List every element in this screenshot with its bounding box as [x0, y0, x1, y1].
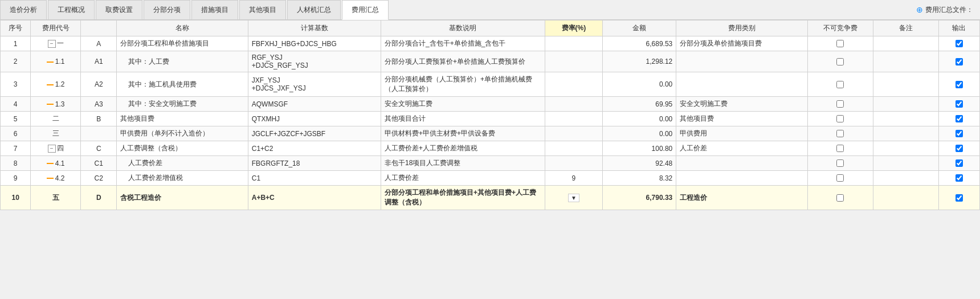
output-checkbox[interactable]	[956, 81, 963, 88]
cell-seq: 5	[1, 112, 31, 126]
cell-seq: 1	[1, 36, 31, 51]
cell-note	[873, 97, 938, 112]
cell-base: FBGRGFTZ_18	[248, 156, 381, 171]
table-row: 1−一A分部分项工程和单价措施项目FBFXHJ_HBG+DJCS_HBG分部分项…	[1, 36, 980, 51]
rate-dropdown[interactable]: ▼	[568, 194, 579, 202]
cell-rate	[545, 51, 602, 72]
cell-output[interactable]	[938, 126, 979, 141]
cell-name: 其中：施工机具使用费	[117, 72, 248, 97]
cell-nocomp[interactable]	[807, 126, 873, 141]
col-header-name: 名称	[117, 21, 248, 36]
table-row: 94.2C2人工费价差增值税C1人工费价差98.32	[1, 171, 980, 186]
cell-amount: 0.00	[602, 72, 676, 97]
tab-zaojia[interactable]: 造价分析	[0, 0, 47, 19]
cell-code: A1	[81, 51, 117, 72]
output-checkbox[interactable]	[956, 145, 963, 152]
cell-rate	[545, 36, 602, 51]
nocomp-checkbox[interactable]	[836, 145, 844, 152]
output-checkbox[interactable]	[956, 174, 963, 182]
col-header-nocomp: 不可竞争费	[807, 21, 873, 36]
nocomp-checkbox[interactable]	[836, 174, 844, 182]
nocomp-checkbox[interactable]	[836, 81, 844, 88]
cell-code-num: −四	[31, 141, 81, 156]
table-row: 5二B其他项目费QTXMHJ其他项目合计0.00其他项目费	[1, 112, 980, 126]
cell-nocomp[interactable]	[807, 186, 873, 210]
cell-base-desc: 分部分项工程和单价措施项目+其他项目费+人工费调整（含税）	[381, 186, 545, 210]
cell-nocomp[interactable]	[807, 97, 873, 112]
cell-seq: 4	[1, 97, 31, 112]
nocomp-checkbox[interactable]	[836, 115, 844, 122]
tab-cuoshi[interactable]: 措施项目	[191, 0, 238, 19]
cell-code-num: 4.2	[31, 171, 81, 186]
tab-feiyong[interactable]: 费用汇总	[342, 0, 389, 20]
nocomp-checkbox[interactable]	[836, 159, 844, 167]
cell-code	[81, 126, 117, 141]
cell-amount: 0.00	[602, 112, 676, 126]
cell-seq: 2	[1, 51, 31, 72]
cell-output[interactable]	[938, 36, 979, 51]
cell-code: A	[81, 36, 117, 51]
nocomp-checkbox[interactable]	[836, 58, 844, 65]
table-row: 7−四C人工费调整（含税）C1+C2人工费价差+人工费价差增值税100.80人工…	[1, 141, 980, 156]
cell-output[interactable]	[938, 112, 979, 126]
col-header-code-num: 费用代号	[31, 21, 81, 36]
cell-amount: 92.48	[602, 156, 676, 171]
nocomp-checkbox[interactable]	[836, 130, 844, 137]
cell-nocomp[interactable]	[807, 112, 873, 126]
cell-base-desc: 甲供材料费+甲供主材费+甲供设备费	[381, 126, 545, 141]
cell-nocomp[interactable]	[807, 141, 873, 156]
cell-output[interactable]	[938, 186, 979, 210]
cell-rate	[545, 126, 602, 141]
expand-button[interactable]: −	[48, 145, 56, 153]
cell-output[interactable]	[938, 171, 979, 186]
tab-rencaiji[interactable]: 人材机汇总	[287, 0, 341, 19]
cell-output[interactable]	[938, 72, 979, 97]
output-checkbox[interactable]	[956, 40, 963, 47]
cell-base: A+B+C	[248, 186, 381, 210]
cell-nocomp[interactable]	[807, 36, 873, 51]
cell-nocomp[interactable]	[807, 51, 873, 72]
file-icon: ⊕	[916, 5, 923, 14]
cell-code-num: 4.1	[31, 156, 81, 171]
output-checkbox[interactable]	[956, 194, 963, 202]
cell-seq: 10	[1, 186, 31, 210]
cell-output[interactable]	[938, 141, 979, 156]
cell-rate[interactable]: ▼	[545, 186, 602, 210]
nocomp-checkbox[interactable]	[836, 194, 844, 202]
table-row: 41.3A3其中：安全文明施工费AQWMSGF安全文明施工费69.95安全文明施…	[1, 97, 980, 112]
cell-code: A2	[81, 72, 117, 97]
cell-amount: 6,790.33	[602, 186, 676, 210]
nocomp-checkbox[interactable]	[836, 100, 844, 108]
cell-nocomp[interactable]	[807, 72, 873, 97]
expand-button[interactable]: −	[48, 40, 56, 48]
cell-output[interactable]	[938, 51, 979, 72]
toolbar-right-label: 费用汇总文件：	[925, 5, 973, 15]
cell-output[interactable]	[938, 97, 979, 112]
tab-gongcheng[interactable]: 工程概况	[48, 0, 95, 19]
cell-rate	[545, 156, 602, 171]
cell-note	[873, 186, 938, 210]
output-checkbox[interactable]	[956, 130, 963, 137]
cell-code-num: −一	[31, 36, 81, 51]
cell-nocomp[interactable]	[807, 156, 873, 171]
cell-rate	[545, 141, 602, 156]
output-checkbox[interactable]	[956, 115, 963, 122]
tab-qita[interactable]: 其他项目	[239, 0, 286, 19]
cell-rate	[545, 72, 602, 97]
tab-bar: 造价分析 工程概况 取费设置 分部分项 措施项目 其他项目 人材机汇总 费用汇总…	[0, 0, 980, 20]
tab-fenbufenxiang[interactable]: 分部分项	[144, 0, 190, 19]
cell-seq: 7	[1, 141, 31, 156]
cell-nocomp[interactable]	[807, 171, 873, 186]
nocomp-checkbox[interactable]	[836, 40, 844, 47]
tab-qufei[interactable]: 取费设置	[96, 0, 142, 19]
cell-type: 安全文明施工费	[676, 97, 807, 112]
cell-base: C1+C2	[248, 141, 381, 156]
col-header-code	[81, 21, 117, 36]
output-checkbox[interactable]	[956, 100, 963, 108]
cell-note	[873, 72, 938, 97]
output-checkbox[interactable]	[956, 159, 963, 167]
cell-output[interactable]	[938, 156, 979, 171]
cell-base: C1	[248, 171, 381, 186]
cell-name: 其他项目费	[117, 112, 248, 126]
output-checkbox[interactable]	[956, 58, 963, 65]
